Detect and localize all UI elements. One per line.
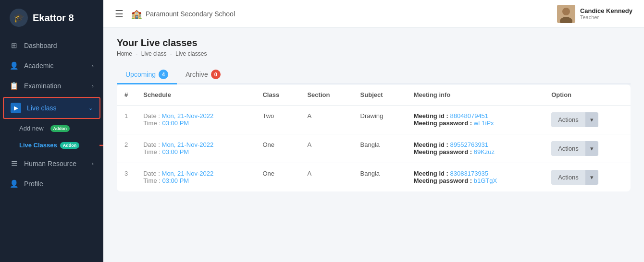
chevron-right-icon: › <box>92 63 94 69</box>
topbar-left: ☰ 🏫 Paramount Secondary School <box>115 8 235 20</box>
tab-upcoming-badge: 4 <box>159 70 168 79</box>
tab-archive-label: Archive <box>186 71 208 78</box>
meeting-pwd-line: Meeting password : wL1iPx <box>414 119 536 127</box>
row-action: Actions ▾ <box>544 163 631 192</box>
row-action: Actions ▾ <box>544 106 631 134</box>
row-section: A <box>299 106 352 134</box>
chevron-right-icon: › <box>92 83 94 89</box>
sidebar-item-label: Dashboard <box>24 42 57 49</box>
meeting-pwd-line: Meeting password : 69Kzuz <box>414 148 536 155</box>
meeting-id-line: Meeting id : 89552763931 <box>414 141 536 148</box>
addon-badge-teal: Addon <box>60 142 80 149</box>
sidebar-sub-label: Add new <box>19 125 44 132</box>
tab-upcoming-label: Upcoming <box>125 71 156 78</box>
sidebar-item-dashboard[interactable]: ⊞ Dashboard <box>0 36 103 56</box>
breadcrumb-sep2: - <box>170 50 173 57</box>
row-num: 2 <box>117 134 136 163</box>
school-info: 🏫 Paramount Secondary School <box>131 9 235 19</box>
actions-label: Actions <box>551 170 585 185</box>
row-meeting-info: Meeting id : 88048079451 Meeting passwor… <box>406 106 544 134</box>
col-option: Option <box>544 84 631 106</box>
actions-button[interactable]: Actions ▾ <box>551 170 598 185</box>
topbar: ☰ 🏫 Paramount Secondary School Candice K… <box>103 0 644 28</box>
sidebar-item-label: Academic <box>24 62 53 70</box>
breadcrumb-live-classes: Live classes <box>175 50 207 57</box>
row-subject: Drawing <box>353 106 406 134</box>
sidebar-item-examination[interactable]: 📋 Examination › <box>0 76 103 96</box>
tabs-container: Upcoming 4 Archive 0 <box>117 66 631 84</box>
sidebar-item-academic[interactable]: 👤 Academic › <box>0 56 103 76</box>
clipboard-icon: 📋 <box>10 82 18 90</box>
col-num: # <box>117 84 136 106</box>
grid-icon: ⊞ <box>10 41 18 50</box>
school-name: Paramount Secondary School <box>146 10 235 18</box>
addon-badge-green: Addon <box>50 125 70 132</box>
sidebar-item-profile[interactable]: 👤 Profile <box>0 174 103 194</box>
user-info: Candice Kennedy Teacher <box>557 5 632 23</box>
red-arrow-indicator <box>99 141 103 150</box>
sidebar-item-label: Live class <box>27 104 56 112</box>
sidebar-sub-add-new[interactable]: Add new Addon <box>0 120 103 137</box>
sidebar-item-label: Human Resource <box>24 160 76 167</box>
breadcrumb-live-class: Live class <box>141 50 167 57</box>
row-num: 3 <box>117 163 136 192</box>
row-class: One <box>255 134 299 163</box>
col-meeting-info: Meeting info <box>406 84 544 106</box>
row-section: A <box>299 163 352 192</box>
sidebar-nav: ⊞ Dashboard 👤 Academic › 📋 Examination ›… <box>0 36 103 262</box>
breadcrumb: Home - Live class - Live classes <box>117 50 631 57</box>
main-content: ☰ 🏫 Paramount Secondary School Candice K… <box>103 0 644 262</box>
row-subject: Bangla <box>353 163 406 192</box>
svg-point-3 <box>562 8 570 15</box>
live-classes-table-container: # Schedule Class Section Subject Meeting… <box>117 84 631 191</box>
meeting-id-line: Meeting id : 88048079451 <box>414 112 536 119</box>
col-schedule: Schedule <box>136 84 255 106</box>
actions-label: Actions <box>551 112 585 127</box>
row-schedule: Date : Mon, 21-Nov-2022 Time : 03:00 PM <box>136 134 255 163</box>
hamburger-icon[interactable]: ☰ <box>115 8 124 20</box>
row-num: 1 <box>117 106 136 134</box>
person-icon: 👤 <box>10 179 18 188</box>
table-row: 3 Date : Mon, 21-Nov-2022 Time : 03:00 P… <box>117 163 631 192</box>
sidebar-item-live-class[interactable]: ▶ Live class ⌄ <box>3 97 100 119</box>
user-role: Teacher <box>580 14 632 20</box>
user-text: Candice Kennedy Teacher <box>580 7 632 20</box>
meeting-pwd-line: Meeting password : b1GTgX <box>414 177 536 184</box>
person-badge-icon: 👤 <box>10 61 18 70</box>
table-row: 2 Date : Mon, 21-Nov-2022 Time : 03:00 P… <box>117 134 631 163</box>
content-area: Your Live classes Home - Live class - Li… <box>103 28 644 262</box>
meeting-id-line: Meeting id : 83083173935 <box>414 170 536 177</box>
monitor-icon: ▶ <box>11 103 21 113</box>
table-header-row: # Schedule Class Section Subject Meeting… <box>117 84 631 106</box>
row-time: Time : 03:00 PM <box>143 148 247 155</box>
sidebar-item-label: Examination <box>24 82 61 90</box>
row-class: One <box>255 163 299 192</box>
actions-button[interactable]: Actions ▾ <box>551 141 598 156</box>
sidebar-item-label: Profile <box>24 180 43 188</box>
sidebar: 🎓 Ekattor 8 ⊞ Dashboard 👤 Academic › 📋 E… <box>0 0 103 262</box>
breadcrumb-home: Home <box>117 50 132 57</box>
app-name: Ekattor 8 <box>33 12 74 24</box>
col-class: Class <box>255 84 299 106</box>
row-time: Time : 03:00 PM <box>143 177 247 184</box>
col-subject: Subject <box>353 84 406 106</box>
page-title: Your Live classes <box>117 37 631 48</box>
row-class: Two <box>255 106 299 134</box>
sidebar-item-human-resource[interactable]: ☰ Human Resource › <box>0 154 103 174</box>
row-date: Date : Mon, 21-Nov-2022 <box>143 141 247 148</box>
col-section: Section <box>299 84 352 106</box>
tab-upcoming[interactable]: Upcoming 4 <box>117 66 177 84</box>
sidebar-sub-live-classes-wrapper: Live Classes Addon <box>0 137 103 154</box>
row-subject: Bangla <box>353 134 406 163</box>
tab-archive-badge: 0 <box>211 70 221 79</box>
row-meeting-info: Meeting id : 89552763931 Meeting passwor… <box>406 134 544 163</box>
actions-button[interactable]: Actions ▾ <box>551 112 598 127</box>
tab-archive[interactable]: Archive 0 <box>177 66 229 84</box>
row-meeting-info: Meeting id : 83083173935 Meeting passwor… <box>406 163 544 192</box>
row-date: Date : Mon, 21-Nov-2022 <box>143 170 247 177</box>
user-name: Candice Kennedy <box>580 7 632 14</box>
row-schedule: Date : Mon, 21-Nov-2022 Time : 03:00 PM <box>136 106 255 134</box>
chevron-down-icon: ▾ <box>585 170 598 185</box>
app-logo[interactable]: 🎓 Ekattor 8 <box>0 0 103 36</box>
sidebar-sub-live-classes[interactable]: Live Classes Addon <box>0 137 103 154</box>
